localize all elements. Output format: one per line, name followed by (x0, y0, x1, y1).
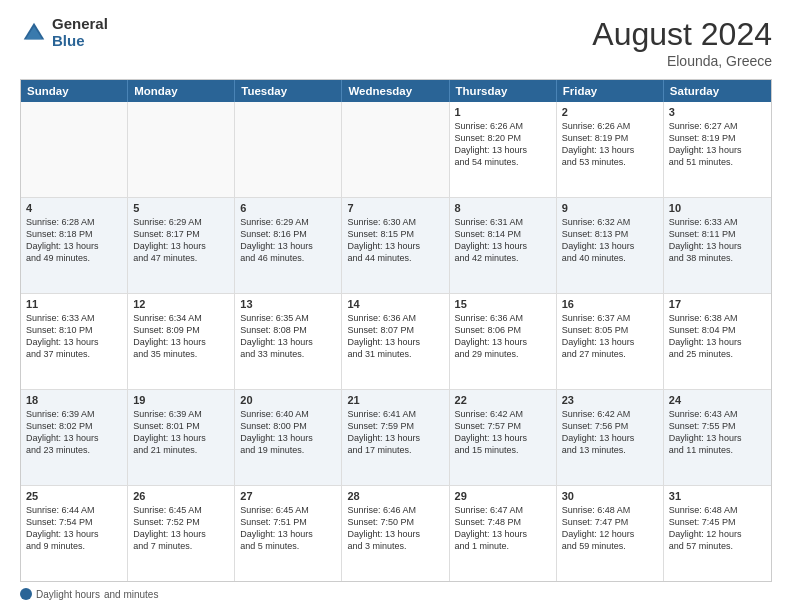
day-header-friday: Friday (557, 80, 664, 102)
cell-info: Sunrise: 6:26 AM Sunset: 8:20 PM Dayligh… (455, 120, 551, 169)
cell-info: Sunrise: 6:28 AM Sunset: 8:18 PM Dayligh… (26, 216, 122, 265)
cell-info: Sunrise: 6:46 AM Sunset: 7:50 PM Dayligh… (347, 504, 443, 553)
cell-date: 30 (562, 490, 658, 502)
cell-info: Sunrise: 6:30 AM Sunset: 8:15 PM Dayligh… (347, 216, 443, 265)
cell-date: 22 (455, 394, 551, 406)
day-header-wednesday: Wednesday (342, 80, 449, 102)
title-area: August 2024 Elounda, Greece (592, 16, 772, 69)
cell-info: Sunrise: 6:42 AM Sunset: 7:56 PM Dayligh… (562, 408, 658, 457)
calendar-row-3: 11Sunrise: 6:33 AM Sunset: 8:10 PM Dayli… (21, 294, 771, 390)
calendar-cell: 27Sunrise: 6:45 AM Sunset: 7:51 PM Dayli… (235, 486, 342, 581)
cell-date: 8 (455, 202, 551, 214)
calendar-cell: 9Sunrise: 6:32 AM Sunset: 8:13 PM Daylig… (557, 198, 664, 293)
calendar-cell: 21Sunrise: 6:41 AM Sunset: 7:59 PM Dayli… (342, 390, 449, 485)
calendar: SundayMondayTuesdayWednesdayThursdayFrid… (20, 79, 772, 582)
calendar-cell: 25Sunrise: 6:44 AM Sunset: 7:54 PM Dayli… (21, 486, 128, 581)
cell-date: 24 (669, 394, 766, 406)
calendar-cell: 23Sunrise: 6:42 AM Sunset: 7:56 PM Dayli… (557, 390, 664, 485)
calendar-row-4: 18Sunrise: 6:39 AM Sunset: 8:02 PM Dayli… (21, 390, 771, 486)
day-header-sunday: Sunday (21, 80, 128, 102)
calendar-cell (342, 102, 449, 197)
daylight-icon (20, 588, 32, 600)
cell-info: Sunrise: 6:29 AM Sunset: 8:17 PM Dayligh… (133, 216, 229, 265)
calendar-cell: 20Sunrise: 6:40 AM Sunset: 8:00 PM Dayli… (235, 390, 342, 485)
cell-info: Sunrise: 6:36 AM Sunset: 8:07 PM Dayligh… (347, 312, 443, 361)
cell-info: Sunrise: 6:31 AM Sunset: 8:14 PM Dayligh… (455, 216, 551, 265)
calendar-cell: 31Sunrise: 6:48 AM Sunset: 7:45 PM Dayli… (664, 486, 771, 581)
cell-info: Sunrise: 6:36 AM Sunset: 8:06 PM Dayligh… (455, 312, 551, 361)
day-header-monday: Monday (128, 80, 235, 102)
cell-info: Sunrise: 6:48 AM Sunset: 7:47 PM Dayligh… (562, 504, 658, 553)
cell-date: 14 (347, 298, 443, 310)
calendar-cell: 18Sunrise: 6:39 AM Sunset: 8:02 PM Dayli… (21, 390, 128, 485)
cell-info: Sunrise: 6:37 AM Sunset: 8:05 PM Dayligh… (562, 312, 658, 361)
cell-date: 19 (133, 394, 229, 406)
calendar-cell: 17Sunrise: 6:38 AM Sunset: 8:04 PM Dayli… (664, 294, 771, 389)
calendar-cell: 28Sunrise: 6:46 AM Sunset: 7:50 PM Dayli… (342, 486, 449, 581)
cell-info: Sunrise: 6:45 AM Sunset: 7:51 PM Dayligh… (240, 504, 336, 553)
calendar-cell: 2Sunrise: 6:26 AM Sunset: 8:19 PM Daylig… (557, 102, 664, 197)
cell-date: 20 (240, 394, 336, 406)
calendar-cell: 19Sunrise: 6:39 AM Sunset: 8:01 PM Dayli… (128, 390, 235, 485)
calendar-cell: 30Sunrise: 6:48 AM Sunset: 7:47 PM Dayli… (557, 486, 664, 581)
calendar-cell: 24Sunrise: 6:43 AM Sunset: 7:55 PM Dayli… (664, 390, 771, 485)
cell-date: 5 (133, 202, 229, 214)
cell-date: 17 (669, 298, 766, 310)
cell-date: 6 (240, 202, 336, 214)
calendar-cell: 13Sunrise: 6:35 AM Sunset: 8:08 PM Dayli… (235, 294, 342, 389)
cell-info: Sunrise: 6:39 AM Sunset: 8:02 PM Dayligh… (26, 408, 122, 457)
calendar-row-2: 4Sunrise: 6:28 AM Sunset: 8:18 PM Daylig… (21, 198, 771, 294)
cell-date: 27 (240, 490, 336, 502)
location-subtitle: Elounda, Greece (592, 53, 772, 69)
cell-info: Sunrise: 6:45 AM Sunset: 7:52 PM Dayligh… (133, 504, 229, 553)
calendar-row-5: 25Sunrise: 6:44 AM Sunset: 7:54 PM Dayli… (21, 486, 771, 581)
cell-date: 2 (562, 106, 658, 118)
calendar-cell: 7Sunrise: 6:30 AM Sunset: 8:15 PM Daylig… (342, 198, 449, 293)
cell-date: 10 (669, 202, 766, 214)
cell-date: 28 (347, 490, 443, 502)
page: General Blue August 2024 Elounda, Greece… (0, 0, 792, 612)
cell-info: Sunrise: 6:38 AM Sunset: 8:04 PM Dayligh… (669, 312, 766, 361)
logo-text: General Blue (52, 16, 108, 49)
day-header-thursday: Thursday (450, 80, 557, 102)
cell-info: Sunrise: 6:40 AM Sunset: 8:00 PM Dayligh… (240, 408, 336, 457)
cell-info: Sunrise: 6:32 AM Sunset: 8:13 PM Dayligh… (562, 216, 658, 265)
logo-icon (20, 19, 48, 47)
calendar-cell: 6Sunrise: 6:29 AM Sunset: 8:16 PM Daylig… (235, 198, 342, 293)
cell-info: Sunrise: 6:33 AM Sunset: 8:11 PM Dayligh… (669, 216, 766, 265)
cell-info: Sunrise: 6:44 AM Sunset: 7:54 PM Dayligh… (26, 504, 122, 553)
calendar-cell: 4Sunrise: 6:28 AM Sunset: 8:18 PM Daylig… (21, 198, 128, 293)
cell-info: Sunrise: 6:29 AM Sunset: 8:16 PM Dayligh… (240, 216, 336, 265)
logo-general: General (52, 16, 108, 33)
calendar-header: SundayMondayTuesdayWednesdayThursdayFrid… (21, 80, 771, 102)
calendar-cell: 3Sunrise: 6:27 AM Sunset: 8:19 PM Daylig… (664, 102, 771, 197)
calendar-cell: 12Sunrise: 6:34 AM Sunset: 8:09 PM Dayli… (128, 294, 235, 389)
calendar-cell: 5Sunrise: 6:29 AM Sunset: 8:17 PM Daylig… (128, 198, 235, 293)
footer-note: Daylight hours and minutes (20, 588, 772, 600)
logo-blue: Blue (52, 33, 108, 50)
cell-date: 4 (26, 202, 122, 214)
logo: General Blue (20, 16, 108, 49)
cell-date: 1 (455, 106, 551, 118)
cell-date: 7 (347, 202, 443, 214)
cell-date: 11 (26, 298, 122, 310)
calendar-cell: 10Sunrise: 6:33 AM Sunset: 8:11 PM Dayli… (664, 198, 771, 293)
calendar-cell (128, 102, 235, 197)
calendar-cell: 8Sunrise: 6:31 AM Sunset: 8:14 PM Daylig… (450, 198, 557, 293)
cell-date: 23 (562, 394, 658, 406)
cell-info: Sunrise: 6:34 AM Sunset: 8:09 PM Dayligh… (133, 312, 229, 361)
cell-info: Sunrise: 6:27 AM Sunset: 8:19 PM Dayligh… (669, 120, 766, 169)
cell-info: Sunrise: 6:47 AM Sunset: 7:48 PM Dayligh… (455, 504, 551, 553)
header: General Blue August 2024 Elounda, Greece (20, 16, 772, 69)
cell-info: Sunrise: 6:33 AM Sunset: 8:10 PM Dayligh… (26, 312, 122, 361)
cell-date: 26 (133, 490, 229, 502)
day-header-tuesday: Tuesday (235, 80, 342, 102)
cell-info: Sunrise: 6:48 AM Sunset: 7:45 PM Dayligh… (669, 504, 766, 553)
cell-date: 15 (455, 298, 551, 310)
calendar-cell: 22Sunrise: 6:42 AM Sunset: 7:57 PM Dayli… (450, 390, 557, 485)
calendar-cell: 11Sunrise: 6:33 AM Sunset: 8:10 PM Dayli… (21, 294, 128, 389)
cell-date: 12 (133, 298, 229, 310)
cell-info: Sunrise: 6:43 AM Sunset: 7:55 PM Dayligh… (669, 408, 766, 457)
cell-info: Sunrise: 6:41 AM Sunset: 7:59 PM Dayligh… (347, 408, 443, 457)
cell-date: 13 (240, 298, 336, 310)
